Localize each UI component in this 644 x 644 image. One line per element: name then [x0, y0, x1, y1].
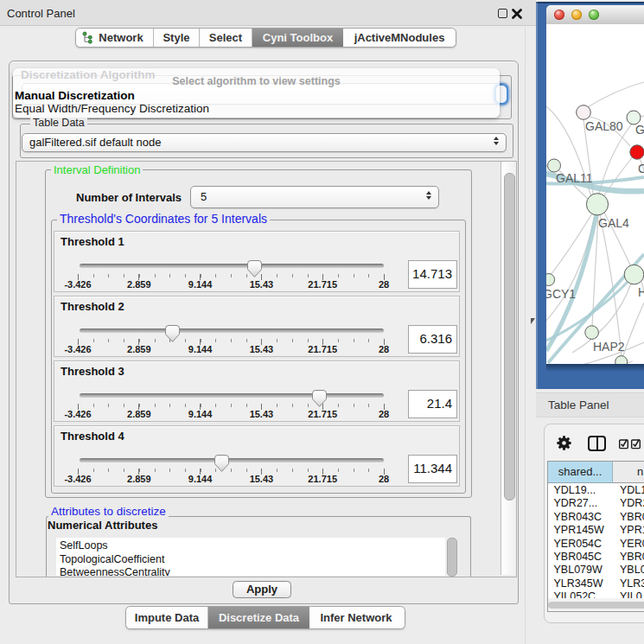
svg-text:HA: HA	[638, 285, 644, 299]
svg-text:GAL1: GAL1	[635, 123, 644, 137]
svg-text:GCY1: GCY1	[546, 287, 576, 301]
svg-text:GAL80: GAL80	[585, 119, 623, 133]
svg-text:GAL4: GAL4	[598, 216, 629, 230]
svg-text:CR: CR	[638, 162, 644, 175]
svg-text:GAL11: GAL11	[556, 171, 593, 185]
svg-text:HAP2: HAP2	[593, 340, 625, 354]
